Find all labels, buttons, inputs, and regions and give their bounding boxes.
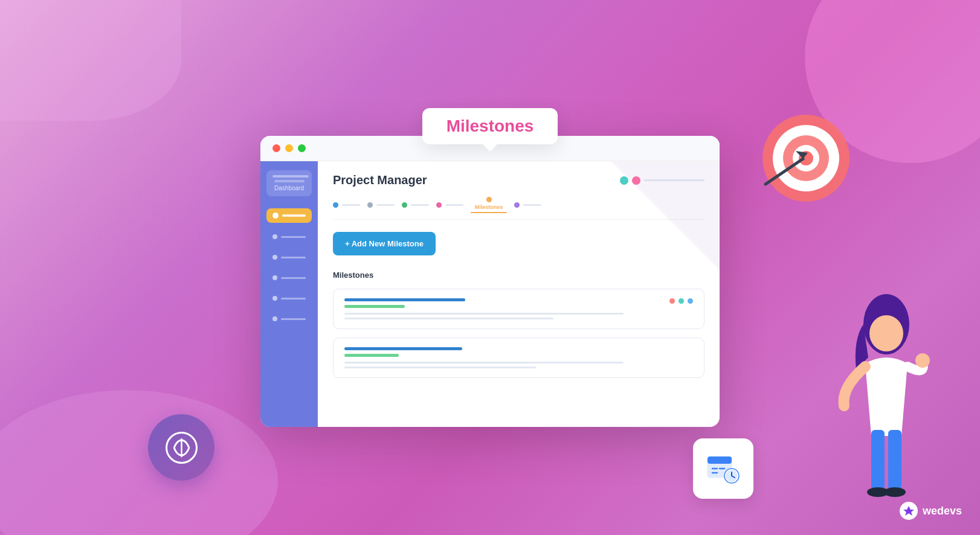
sidebar-dashboard-label: Dashboard <box>272 185 306 191</box>
nav-item-4[interactable] <box>436 202 463 208</box>
sidebar-item-5[interactable] <box>266 312 312 325</box>
milestone-card-1-header <box>344 298 693 308</box>
target-illustration <box>759 112 853 208</box>
svg-rect-20 <box>871 430 885 490</box>
add-milestone-button[interactable]: + Add New Milestone <box>333 232 436 255</box>
wedevs-logo-icon <box>903 505 915 517</box>
nav-active-label: Milestones <box>475 204 503 210</box>
sidebar-item-4[interactable] <box>266 292 312 305</box>
bg-blob-bottom-left <box>0 390 278 535</box>
svg-rect-21 <box>888 430 901 490</box>
sidebar-item-1[interactable] <box>266 230 312 243</box>
main-content: Project Manager <box>318 161 720 427</box>
nav-line-3 <box>411 204 429 206</box>
sidebar-dot-3 <box>272 275 277 280</box>
nav-dot-blue <box>333 202 338 208</box>
sidebar-line-4 <box>281 298 306 300</box>
nav-active-underline <box>471 212 507 213</box>
milestone-dot-pink-1[interactable] <box>669 298 675 304</box>
milestone-text-line-1b <box>344 318 553 319</box>
person-illustration <box>829 291 950 517</box>
nav-item-milestones[interactable]: Milestones <box>471 197 507 213</box>
milestone-card-2-bars <box>344 347 462 357</box>
nav-item-1[interactable] <box>333 202 360 208</box>
active-dot <box>272 213 279 219</box>
nav-line-1 <box>342 204 360 206</box>
nav-dot-gray <box>367 202 373 208</box>
milestones-section: Milestones <box>333 271 704 378</box>
milestone-dot-teal-1[interactable] <box>679 298 684 304</box>
milestones-badge-text: Milestones <box>446 117 534 135</box>
svg-rect-3 <box>708 457 732 464</box>
milestone-card-1 <box>333 289 704 329</box>
svg-point-24 <box>915 353 930 368</box>
svg-point-23 <box>884 487 906 497</box>
milestone-dot-blue-1[interactable] <box>688 298 693 304</box>
brand-icon-svg <box>165 431 198 464</box>
milestone-card-2 <box>333 338 704 378</box>
milestone-progress-green-2 <box>344 354 399 357</box>
milestone-text-line-2b <box>344 367 536 368</box>
calendar-icon-svg <box>705 450 741 487</box>
milestone-progress-blue-2 <box>344 347 462 350</box>
window-dot-green[interactable] <box>298 144 306 152</box>
app-window: Dashboard <box>260 136 720 427</box>
sidebar-dot-4 <box>272 296 277 301</box>
milestone-card-2-header <box>344 347 693 357</box>
nav-active-dot <box>486 197 492 202</box>
sidebar-line-1 <box>281 236 306 238</box>
milestone-text-line-2a <box>344 362 624 364</box>
nav-line-6 <box>523 204 541 206</box>
nav-line-4 <box>445 204 463 206</box>
sidebar-active-item[interactable] <box>266 208 312 223</box>
nav-item-2[interactable] <box>367 202 395 208</box>
milestone-progress-blue-1 <box>344 298 465 301</box>
nav-dot-pink <box>436 202 442 208</box>
window-dot-red[interactable] <box>272 144 280 152</box>
wedevs-logo <box>900 502 918 520</box>
nav-dot-green <box>402 202 407 208</box>
sidebar-dot-1 <box>272 234 277 239</box>
wedevs-text: wedevs <box>923 505 962 517</box>
milestone-text-line-1a <box>344 313 624 315</box>
sidebar-item-2[interactable] <box>266 251 312 264</box>
sidebar-dot-2 <box>272 255 277 260</box>
nav-item-6[interactable] <box>514 202 541 208</box>
sidebar-dot-5 <box>272 316 277 321</box>
page-title: Project Manager <box>333 173 427 187</box>
sidebar-item-3[interactable] <box>266 271 312 284</box>
sidebar: Dashboard <box>260 161 318 427</box>
sidebar-line-5 <box>281 318 306 320</box>
milestones-section-label: Milestones <box>333 271 704 280</box>
sidebar-line-2 <box>281 257 306 258</box>
calendar-card <box>693 438 753 499</box>
content-triangle <box>611 161 720 270</box>
svg-point-19 <box>869 315 903 351</box>
app-body: Dashboard <box>260 161 720 427</box>
milestone-progress-green-1 <box>344 305 405 308</box>
milestone-card-1-bars <box>344 298 465 308</box>
nav-item-3[interactable] <box>402 202 429 208</box>
nav-dot-purple <box>514 202 520 208</box>
brand-circle <box>148 414 214 481</box>
nav-line-2 <box>376 204 395 206</box>
sidebar-dashboard-item[interactable]: Dashboard <box>266 170 312 196</box>
wedevs-brand: wedevs <box>900 502 962 520</box>
sidebar-line-3 <box>281 277 306 279</box>
bg-blob-top-left <box>0 0 181 121</box>
milestones-badge: Milestones <box>422 108 558 144</box>
window-dot-yellow[interactable] <box>285 144 293 152</box>
active-line <box>282 214 306 217</box>
milestone-action-dots-1 <box>669 298 693 304</box>
